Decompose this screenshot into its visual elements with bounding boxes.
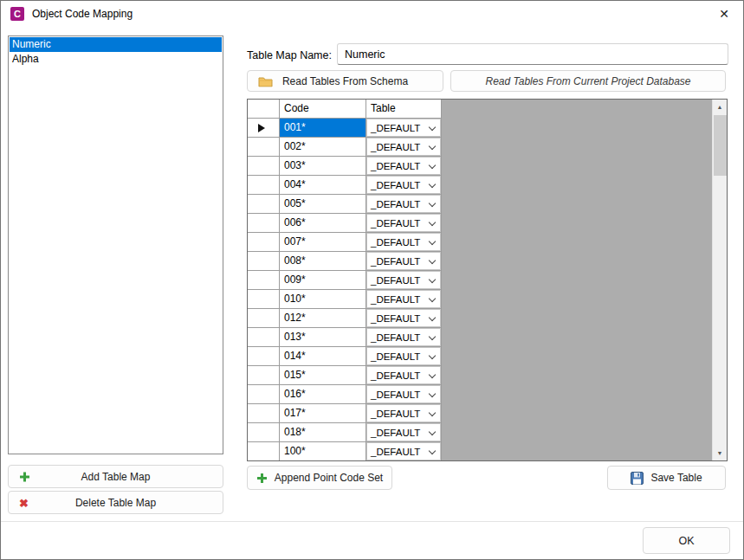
row-selector[interactable] bbox=[248, 347, 280, 366]
code-cell[interactable]: 100* bbox=[280, 442, 366, 461]
chevron-down-icon bbox=[429, 314, 436, 321]
delete-table-map-button[interactable]: ✖ Delete Table Map bbox=[8, 491, 223, 514]
row-selector[interactable] bbox=[248, 290, 280, 309]
table-row: 008*_DEFAULT bbox=[248, 252, 442, 271]
object-code-mapping-dialog: C Object Code Mapping ✕ NumericAlpha Add… bbox=[0, 0, 744, 560]
table-combobox[interactable]: _DEFAULT bbox=[366, 366, 441, 384]
table-cell: _DEFAULT bbox=[366, 157, 442, 176]
table-combobox[interactable]: _DEFAULT bbox=[366, 214, 441, 232]
combo-value: _DEFAULT bbox=[371, 218, 420, 229]
chevron-down-icon bbox=[429, 295, 436, 302]
row-selector[interactable] bbox=[248, 423, 280, 442]
row-selector[interactable] bbox=[248, 195, 280, 214]
chevron-down-icon bbox=[429, 428, 436, 435]
save-table-button[interactable]: Save Table bbox=[607, 466, 726, 490]
row-selector-header bbox=[248, 100, 280, 119]
table-combobox[interactable]: _DEFAULT bbox=[366, 309, 441, 327]
table-combobox[interactable]: _DEFAULT bbox=[366, 271, 441, 289]
read-tables-project-db-button[interactable]: Read Tables From Current Project Databas… bbox=[450, 70, 726, 92]
row-selector[interactable] bbox=[248, 138, 280, 157]
code-cell[interactable]: 003* bbox=[280, 157, 366, 176]
footer-separator bbox=[1, 521, 743, 522]
combo-value: _DEFAULT bbox=[371, 237, 420, 248]
delete-table-map-label: Delete Table Map bbox=[75, 497, 156, 509]
table-row: 007*_DEFAULT bbox=[248, 233, 442, 252]
code-cell[interactable]: 017* bbox=[280, 404, 366, 423]
row-selector[interactable] bbox=[248, 214, 280, 233]
table-combobox[interactable]: _DEFAULT bbox=[366, 442, 441, 460]
table-row: 014*_DEFAULT bbox=[248, 347, 442, 366]
row-selector[interactable] bbox=[248, 252, 280, 271]
list-item[interactable]: Alpha bbox=[10, 52, 222, 67]
code-column-header[interactable]: Code bbox=[280, 100, 366, 119]
close-icon[interactable]: ✕ bbox=[715, 7, 734, 21]
table-combobox[interactable]: _DEFAULT bbox=[366, 176, 441, 194]
table-row: 100*_DEFAULT bbox=[248, 442, 442, 461]
row-selector[interactable] bbox=[248, 442, 280, 461]
code-mapping-grid: Code Table 001*_DEFAULT002*_DEFAULT003*_… bbox=[247, 99, 728, 461]
add-table-map-button[interactable]: Add Table Map bbox=[8, 465, 223, 488]
chevron-down-icon bbox=[429, 371, 436, 378]
table-combobox[interactable]: _DEFAULT bbox=[366, 385, 441, 403]
row-selector[interactable] bbox=[248, 176, 280, 195]
table-combobox[interactable]: _DEFAULT bbox=[366, 290, 441, 308]
row-selector[interactable] bbox=[248, 233, 280, 252]
scrollbar-thumb[interactable] bbox=[714, 115, 727, 176]
grid-header: Code Table bbox=[248, 100, 442, 119]
table-row: 016*_DEFAULT bbox=[248, 385, 442, 404]
combo-value: _DEFAULT bbox=[371, 313, 420, 324]
table-combobox[interactable]: _DEFAULT bbox=[366, 233, 441, 251]
code-cell[interactable]: 014* bbox=[280, 347, 366, 366]
code-cell[interactable]: 009* bbox=[280, 271, 366, 290]
table-column-header[interactable]: Table bbox=[366, 100, 442, 119]
row-selector[interactable] bbox=[248, 328, 280, 347]
table-combobox[interactable]: _DEFAULT bbox=[366, 328, 441, 346]
table-combobox[interactable]: _DEFAULT bbox=[366, 119, 441, 137]
code-cell[interactable]: 004* bbox=[280, 176, 366, 195]
table-combobox[interactable]: _DEFAULT bbox=[366, 157, 441, 175]
scroll-up-icon[interactable]: ▲ bbox=[713, 100, 727, 114]
table-combobox[interactable]: _DEFAULT bbox=[366, 195, 441, 213]
chevron-down-icon bbox=[429, 409, 436, 416]
vertical-scrollbar[interactable]: ▲ ▼ bbox=[712, 100, 727, 460]
code-cell[interactable]: 010* bbox=[280, 290, 366, 309]
code-cell[interactable]: 008* bbox=[280, 252, 366, 271]
row-selector[interactable] bbox=[248, 366, 280, 385]
read-tables-schema-button[interactable]: Read Tables From Schema bbox=[247, 70, 443, 92]
table-cell: _DEFAULT bbox=[366, 138, 442, 157]
code-cell[interactable]: 013* bbox=[280, 328, 366, 347]
table-cell: _DEFAULT bbox=[366, 271, 442, 290]
append-point-code-set-button[interactable]: Append Point Code Set bbox=[247, 466, 392, 490]
append-point-code-set-label: Append Point Code Set bbox=[275, 472, 383, 484]
table-map-name-input[interactable] bbox=[337, 43, 728, 65]
table-combobox[interactable]: _DEFAULT bbox=[366, 404, 441, 422]
code-cell[interactable]: 005* bbox=[280, 195, 366, 214]
table-combobox[interactable]: _DEFAULT bbox=[366, 252, 441, 270]
row-selector[interactable] bbox=[248, 309, 280, 328]
code-cell[interactable]: 018* bbox=[280, 423, 366, 442]
table-cell: _DEFAULT bbox=[366, 195, 442, 214]
combo-value: _DEFAULT bbox=[371, 123, 420, 133]
code-cell[interactable]: 002* bbox=[280, 138, 366, 157]
code-cell[interactable]: 006* bbox=[280, 214, 366, 233]
code-cell[interactable]: 016* bbox=[280, 385, 366, 404]
code-cell[interactable]: 012* bbox=[280, 309, 366, 328]
code-cell[interactable]: 007* bbox=[280, 233, 366, 252]
plus-icon bbox=[19, 471, 30, 482]
table-combobox[interactable]: _DEFAULT bbox=[366, 347, 441, 365]
combo-value: _DEFAULT bbox=[371, 370, 420, 381]
code-cell[interactable]: 001* bbox=[280, 119, 366, 138]
row-selector[interactable] bbox=[248, 119, 280, 138]
row-selector[interactable] bbox=[248, 157, 280, 176]
list-item[interactable]: Numeric bbox=[10, 37, 222, 52]
scroll-down-icon[interactable]: ▼ bbox=[713, 446, 727, 460]
table-combobox[interactable]: _DEFAULT bbox=[366, 423, 441, 441]
row-selector[interactable] bbox=[248, 271, 280, 290]
row-selector[interactable] bbox=[248, 385, 280, 404]
table-combobox[interactable]: _DEFAULT bbox=[366, 138, 441, 156]
row-selector[interactable] bbox=[248, 404, 280, 423]
chevron-down-icon bbox=[429, 333, 436, 340]
ok-button[interactable]: OK bbox=[643, 527, 730, 554]
table-cell: _DEFAULT bbox=[366, 176, 442, 195]
code-cell[interactable]: 015* bbox=[280, 366, 366, 385]
